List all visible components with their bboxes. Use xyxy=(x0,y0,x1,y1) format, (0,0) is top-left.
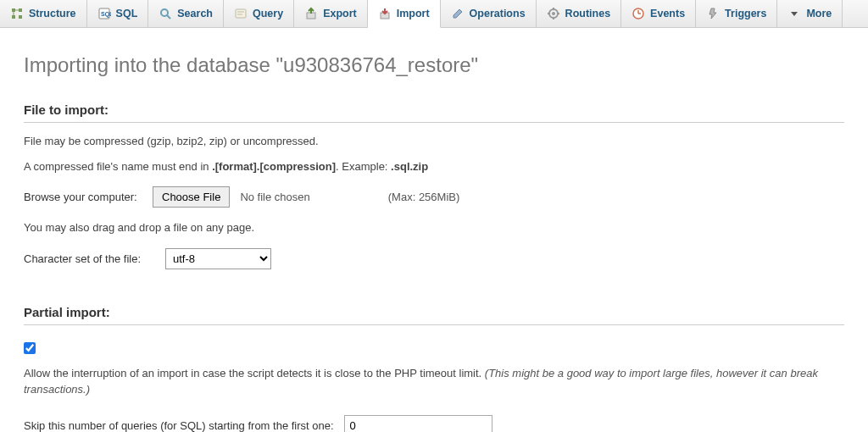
skip-queries-input[interactable] xyxy=(344,415,492,433)
skip-queries-label: Skip this number of queries (for SQL) st… xyxy=(24,419,334,432)
svg-rect-0 xyxy=(12,8,15,12)
tab-query[interactable]: Query xyxy=(224,0,294,27)
operations-icon xyxy=(451,7,465,20)
tab-structure[interactable]: Structure xyxy=(0,0,87,27)
page-title: Importing into the database "u930836764_… xyxy=(24,53,844,77)
filename-format-note: A compressed file's name must end in .[f… xyxy=(24,158,844,175)
tab-label: Search xyxy=(177,8,213,19)
tab-label: Routines xyxy=(565,8,610,19)
sql-icon: SQL xyxy=(97,7,111,20)
svg-line-9 xyxy=(167,15,170,19)
tab-bar: StructureSQLSQLSearchQueryExportImportOp… xyxy=(0,0,868,28)
drag-drop-note: You may also drag and drop a file on any… xyxy=(24,219,844,236)
svg-point-8 xyxy=(161,9,168,16)
allow-interruption-checkbox[interactable] xyxy=(24,342,36,354)
tab-label: Structure xyxy=(29,8,76,19)
export-icon xyxy=(304,7,318,20)
tab-search[interactable]: Search xyxy=(148,0,224,27)
svg-text:SQL: SQL xyxy=(101,11,111,18)
svg-rect-13 xyxy=(307,13,315,19)
skip-queries-row: Skip this number of queries (for SQL) st… xyxy=(24,415,844,433)
charset-row: Character set of the file: utf-8 xyxy=(24,248,844,269)
tab-import[interactable]: Import xyxy=(368,0,441,28)
tab-label: Import xyxy=(397,8,430,19)
tab-label: Export xyxy=(323,8,357,19)
charset-select[interactable]: utf-8 xyxy=(165,248,271,269)
routines-icon xyxy=(547,7,560,20)
triggers-icon xyxy=(706,7,720,20)
tab-events[interactable]: Events xyxy=(621,0,696,27)
tab-triggers[interactable]: Triggers xyxy=(696,0,777,27)
svg-point-16 xyxy=(552,12,555,15)
structure-icon xyxy=(10,7,24,20)
choose-file-button[interactable]: Choose File xyxy=(153,186,230,208)
query-icon xyxy=(234,7,248,20)
file-status: No file chosen xyxy=(240,191,309,203)
compress-note: File may be compressed (gzip, bzip2, zip… xyxy=(24,133,844,150)
svg-rect-2 xyxy=(12,15,15,19)
partial-section-legend: Partial import: xyxy=(24,305,844,325)
more-icon xyxy=(787,7,801,20)
allow-interruption-text: Allow the interruption of an import in c… xyxy=(24,365,844,398)
tab-export[interactable]: Export xyxy=(294,0,368,27)
tab-label: Query xyxy=(253,8,283,19)
tab-routines[interactable]: Routines xyxy=(537,0,621,27)
browse-row: Browse your computer: Choose File No fil… xyxy=(24,186,844,208)
svg-rect-1 xyxy=(19,8,22,12)
tab-label: More xyxy=(806,8,832,19)
svg-rect-10 xyxy=(236,9,246,18)
events-icon xyxy=(632,7,645,20)
tab-more[interactable]: More xyxy=(777,0,843,27)
browse-label: Browse your computer: xyxy=(24,191,142,203)
tab-label: SQL xyxy=(116,8,138,19)
partial-import-section: Partial import: Allow the interruption o… xyxy=(24,305,844,433)
charset-label: Character set of the file: xyxy=(24,252,155,265)
tab-label: Events xyxy=(650,8,685,19)
tab-sql[interactable]: SQLSQL xyxy=(87,0,149,27)
file-to-import-section: File to import: File may be compressed (… xyxy=(24,102,844,281)
search-icon xyxy=(159,7,172,20)
tab-operations[interactable]: Operations xyxy=(441,0,537,27)
file-section-legend: File to import: xyxy=(24,102,844,123)
svg-rect-3 xyxy=(19,15,22,19)
import-icon xyxy=(378,7,392,20)
main-content: Importing into the database "u930836764_… xyxy=(0,28,868,432)
allow-interruption-row xyxy=(24,342,844,357)
tab-label: Triggers xyxy=(725,8,766,19)
max-size-label: (Max: 256MiB) xyxy=(388,191,460,203)
tab-label: Operations xyxy=(470,8,526,19)
